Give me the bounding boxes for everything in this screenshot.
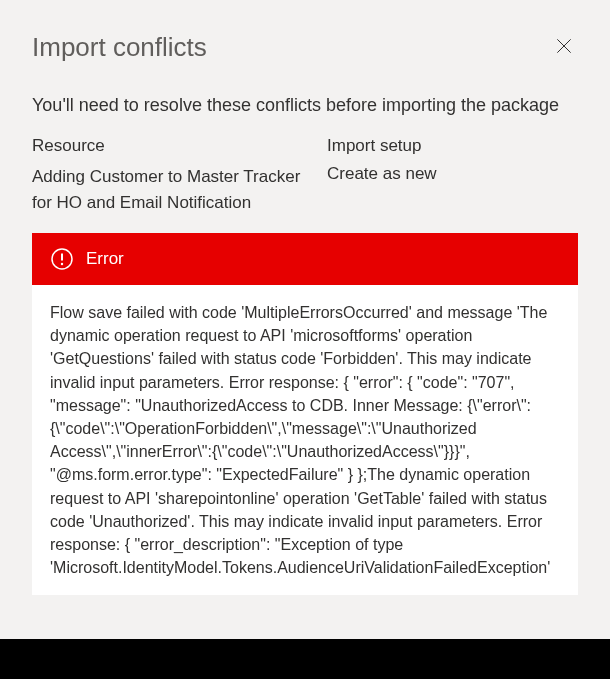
resource-name: Adding Customer to Master Tracker for HO… (32, 164, 327, 215)
import-conflicts-dialog: Import conflicts You'll need to resolve … (0, 0, 610, 679)
error-message-body: Flow save failed with code 'MultipleErro… (32, 285, 578, 595)
error-icon (50, 247, 74, 271)
column-header-resource: Resource (32, 136, 327, 156)
error-label: Error (86, 249, 124, 269)
table-header-row: Resource Import setup (32, 136, 578, 156)
svg-point-4 (61, 263, 63, 265)
dialog-subtitle: You'll need to resolve these conflicts b… (32, 95, 578, 116)
error-banner: Error (32, 233, 578, 285)
column-header-import-setup: Import setup (327, 136, 578, 156)
close-icon (554, 36, 574, 59)
bottom-bar (0, 639, 610, 679)
close-button[interactable] (550, 32, 578, 63)
dialog-header: Import conflicts (32, 32, 578, 63)
table-row: Adding Customer to Master Tracker for HO… (32, 164, 578, 215)
import-setup-value: Create as new (327, 164, 578, 215)
dialog-title: Import conflicts (32, 32, 207, 63)
